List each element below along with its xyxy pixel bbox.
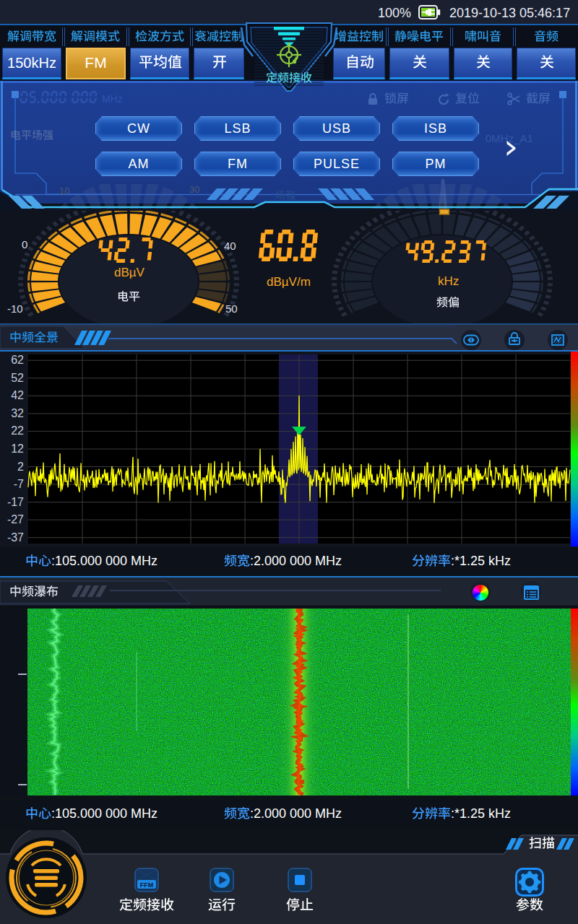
svg-text:10: 10	[59, 186, 69, 196]
svg-text:30: 30	[189, 184, 199, 195]
svg-text:FFM: FFM	[140, 881, 154, 889]
